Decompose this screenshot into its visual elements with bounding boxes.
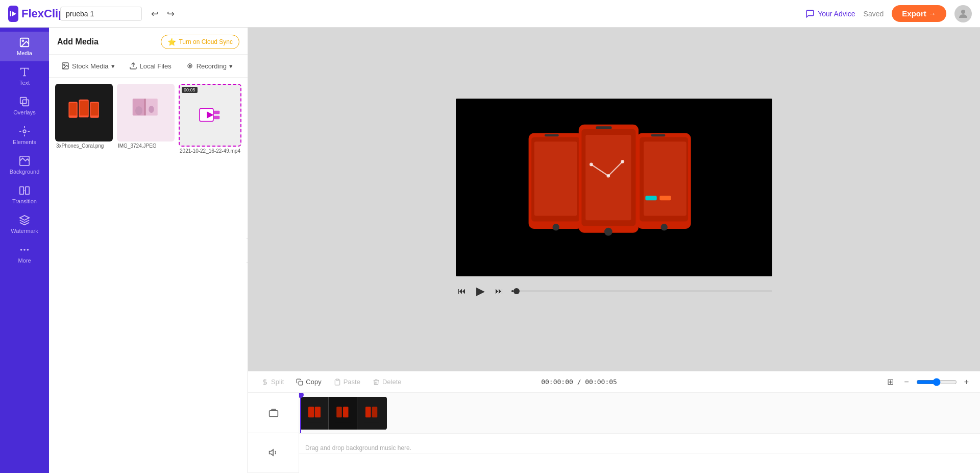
media-item-label: IMG_3724.JPEG — [117, 143, 175, 149]
svg-rect-7 — [20, 98, 27, 104]
svg-point-34 — [149, 106, 154, 113]
sidebar-item-media[interactable]: Media — [0, 32, 49, 61]
video-track-label — [248, 393, 299, 433]
video-preview — [456, 99, 772, 276]
media-item-label: 3xPhones_Coral.png — [55, 143, 113, 149]
sidebar: Media Text Overlays Elements Background … — [0, 28, 49, 473]
svg-rect-72 — [336, 407, 342, 417]
play-button[interactable]: ▶ — [474, 282, 487, 300]
playhead[interactable] — [300, 393, 301, 433]
timeline-right: ⊞ − + — [884, 375, 972, 388]
sidebar-item-media-label: Media — [17, 50, 32, 56]
timeline-time: 00:00:00 / 00:00:05 — [541, 378, 617, 386]
project-name-input[interactable] — [60, 7, 142, 21]
media-grid: 3xPhones_Coral.png IMG_3724.JPEG — [49, 78, 248, 473]
svg-rect-63 — [299, 381, 303, 385]
svg-point-4 — [22, 40, 23, 41]
sidebar-item-elements-label: Elements — [13, 139, 36, 145]
sidebar-item-more-label: More — [18, 257, 31, 264]
svg-rect-76 — [372, 407, 378, 417]
svg-point-19 — [27, 249, 29, 251]
zoom-in-button[interactable]: + — [961, 376, 972, 388]
tab-local-files[interactable]: Local Files — [123, 59, 178, 73]
sidebar-item-transition-label: Transition — [12, 198, 37, 204]
sidebar-item-more[interactable]: More — [0, 239, 49, 269]
music-drop-label: Drag and drop background music here. — [301, 444, 411, 452]
cloud-sync-button[interactable]: ⭐ Turn on Cloud Sync — [161, 35, 239, 49]
sidebar-item-watermark[interactable]: Watermark — [0, 209, 49, 239]
svg-point-24 — [189, 65, 190, 67]
playback-controls: ⏮ ▶ ⏭ — [456, 282, 772, 300]
logo: FlexClip — [8, 6, 54, 22]
media-item[interactable]: 00:05 2021-10-22_16-22-49.mp4 — [179, 84, 241, 467]
svg-rect-1 — [10, 11, 11, 16]
undo-redo-group: ↩ ↪ — [148, 6, 178, 21]
svg-rect-58 — [651, 134, 666, 136]
zoom-slider[interactable] — [916, 378, 957, 386]
sidebar-item-background-label: Background — [10, 169, 40, 175]
svg-point-2 — [961, 10, 965, 14]
tab-stock-media[interactable]: Stock Media ▾ — [55, 59, 121, 73]
svg-rect-42 — [534, 142, 577, 216]
sidebar-item-overlays-label: Overlays — [13, 109, 35, 115]
media-panel-header: Add Media ⭐ Turn on Cloud Sync — [49, 28, 248, 55]
svg-marker-0 — [12, 11, 16, 16]
svg-point-44 — [552, 224, 559, 230]
svg-point-49 — [604, 228, 612, 236]
paste-button[interactable]: Paste — [329, 375, 365, 388]
timeline-tracks: Drag and drop background music here. — [299, 393, 980, 473]
workspace: ⏮ ▶ ⏭ Split Copy — [248, 28, 980, 473]
audio-track-label — [248, 433, 299, 474]
svg-point-54 — [621, 160, 624, 163]
your-advice-button[interactable]: Your Advice — [805, 9, 855, 18]
avatar — [954, 5, 972, 22]
sidebar-item-background[interactable]: Background — [0, 150, 49, 180]
music-track: Drag and drop background music here. — [299, 434, 980, 454]
media-tabs: Stock Media ▾ Local Files Recording ▾ — [49, 55, 248, 78]
logo-icon — [8, 6, 18, 22]
saved-status: Saved — [864, 10, 884, 18]
svg-rect-29 — [80, 101, 88, 115]
sidebar-item-overlays[interactable]: Overlays — [0, 91, 49, 121]
progress-bar[interactable] — [511, 290, 772, 292]
delete-button[interactable]: Delete — [368, 375, 407, 388]
copy-button[interactable]: Copy — [291, 375, 326, 388]
svg-rect-15 — [20, 187, 23, 195]
undo-button[interactable]: ↩ — [148, 6, 162, 21]
svg-marker-66 — [271, 409, 276, 411]
timeline-clip[interactable] — [300, 397, 387, 430]
zoom-out-button[interactable]: − — [901, 376, 912, 388]
fit-timeline-button[interactable]: ⊞ — [884, 375, 897, 388]
svg-rect-60 — [645, 196, 656, 201]
split-button[interactable]: Split — [256, 375, 289, 388]
svg-rect-47 — [585, 135, 631, 220]
svg-rect-38 — [213, 116, 219, 120]
svg-rect-8 — [22, 100, 29, 106]
media-item[interactable]: 3xPhones_Coral.png — [55, 84, 113, 467]
sidebar-item-transition[interactable]: Transition — [0, 180, 49, 209]
skip-back-button[interactable]: ⏮ — [456, 285, 468, 298]
svg-point-52 — [590, 163, 593, 167]
sidebar-item-elements[interactable]: Elements — [0, 121, 49, 150]
svg-point-53 — [606, 174, 610, 178]
media-item-label: 2021-10-22_16-22-49.mp4 — [179, 148, 241, 154]
media-item[interactable]: IMG_3724.JPEG — [117, 84, 175, 467]
logo-text: FlexClip — [21, 7, 65, 20]
svg-rect-69 — [308, 407, 314, 417]
sidebar-item-text[interactable]: Text — [0, 61, 49, 91]
svg-rect-14 — [20, 156, 29, 165]
skip-forward-button[interactable]: ⏭ — [493, 285, 505, 298]
timeline-area: Split Copy Paste Delete 00:00:00 / — [248, 371, 980, 473]
svg-rect-16 — [26, 187, 29, 195]
svg-rect-37 — [213, 111, 219, 114]
timeline-body: Drag and drop background music here. — [248, 393, 980, 473]
export-button[interactable]: Export → — [892, 5, 946, 22]
svg-point-33 — [135, 106, 142, 115]
svg-rect-73 — [343, 407, 349, 417]
tab-recording[interactable]: Recording ▾ — [180, 59, 239, 73]
svg-point-18 — [23, 249, 26, 251]
add-media-title: Add Media — [57, 37, 99, 46]
svg-rect-64 — [336, 379, 338, 380]
main-layout: Media Text Overlays Elements Background … — [0, 28, 980, 473]
redo-button[interactable]: ↪ — [164, 6, 178, 21]
